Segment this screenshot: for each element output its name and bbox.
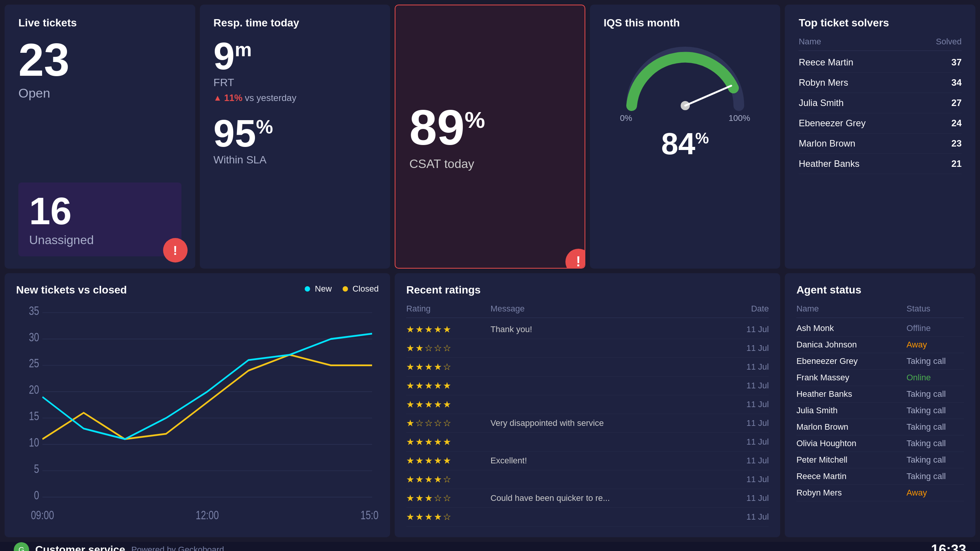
star-rating: ★★★★★ xyxy=(406,399,490,410)
svg-text:35: 35 xyxy=(29,304,39,317)
solver-count: 34 xyxy=(951,77,962,88)
rating-message: Could have been quicker to re... xyxy=(490,493,719,503)
agent-name: Heather Banks xyxy=(796,389,906,399)
agent-row: Peter Mitchell Taking call xyxy=(796,452,964,468)
csat-value: 89% xyxy=(409,103,485,152)
open-label: Open xyxy=(18,86,181,101)
agent-status: Taking call xyxy=(906,455,964,465)
chart-card: New tickets vs closed New Closed 3530252… xyxy=(5,273,390,537)
solvers-col-name: Name xyxy=(799,37,821,47)
rating-row: ★★★★★ Thank you! 11 Jul xyxy=(406,320,769,339)
legend-closed: Closed xyxy=(343,284,379,294)
rating-row: ★☆☆☆☆ Very disappointed with service 11 … xyxy=(406,414,769,433)
ratings-card: Recent ratings Rating Message Date ★★★★★… xyxy=(395,273,780,537)
agent-name: Julia Smith xyxy=(796,406,906,416)
agent-rows: Ash Monk Offline Danica Johnson Away Ebe… xyxy=(796,320,964,501)
rating-row: ★★★★★ 11 Jul xyxy=(406,377,769,395)
csat-label: CSAT today xyxy=(409,157,474,171)
sla-metric: 95% Within SLA xyxy=(214,114,377,166)
agent-name: Robyn Mers xyxy=(796,488,906,498)
rating-date: 11 Jul xyxy=(719,362,769,372)
live-tickets-card: Live tickets 23 Open 16 Unassigned ! xyxy=(5,5,195,269)
svg-text:10: 10 xyxy=(29,435,39,449)
star-rating: ★☆☆☆☆ xyxy=(406,418,490,429)
star-rating: ★★☆☆☆ xyxy=(406,343,490,354)
unassigned-box: 16 Unassigned ! xyxy=(18,183,181,256)
agent-row: Robyn Mers Away xyxy=(796,485,964,501)
ratings-title: Recent ratings xyxy=(406,284,769,296)
agent-row: Ash Monk Offline xyxy=(796,320,964,337)
solvers-col-solved: Solved xyxy=(936,37,962,47)
solver-row: Heather Banks21 xyxy=(799,154,962,174)
agent-col-name: Name xyxy=(796,304,906,314)
rating-date: 11 Jul xyxy=(719,474,769,484)
footer-powered: Powered by Geckoboard xyxy=(131,545,224,551)
frt-value: 9m xyxy=(214,37,377,75)
agent-status: Taking call xyxy=(906,389,964,399)
trend-pct: 11% xyxy=(224,93,242,103)
trend-text: vs yesterday xyxy=(245,93,296,103)
solver-name: Reece Martin xyxy=(799,57,853,68)
rating-row: ★★★★☆ 11 Jul xyxy=(406,470,769,489)
resp-time-card: Resp. time today 9m FRT ▲ 11% vs yesterd… xyxy=(200,5,390,269)
svg-text:30: 30 xyxy=(29,330,39,344)
sla-label: Within SLA xyxy=(214,154,377,166)
resp-time-title: Resp. time today xyxy=(214,17,377,29)
rating-row: ★★★★☆ 11 Jul xyxy=(406,508,769,527)
agent-name: Peter Mitchell xyxy=(796,455,906,465)
rating-message: Thank you! xyxy=(490,324,719,334)
agent-status: Taking call xyxy=(906,422,964,432)
iqs-card: IQS this month 0% 100% 84% xyxy=(590,5,781,269)
rating-date: 11 Jul xyxy=(719,343,769,353)
svg-text:20: 20 xyxy=(29,383,39,396)
star-rating: ★★★★★ xyxy=(406,455,490,466)
ratings-col-message: Message xyxy=(490,304,719,314)
agent-col-status: Status xyxy=(906,304,964,314)
footer: G Customer service Powered by Geckoboard… xyxy=(0,542,980,551)
agent-status: Taking call xyxy=(906,356,964,366)
trend-arrow-icon: ▲ xyxy=(214,93,222,103)
rating-row: ★★★★★ 11 Jul xyxy=(406,395,769,414)
iqs-value: 84% xyxy=(661,126,709,161)
svg-text:5: 5 xyxy=(34,462,39,476)
solver-name: Ebeneezer Grey xyxy=(799,118,866,129)
svg-text:25: 25 xyxy=(29,356,39,370)
agent-name: Ebeneezer Grey xyxy=(796,356,906,366)
agent-row: Frank Massey Online xyxy=(796,370,964,386)
agent-row: Julia Smith Taking call xyxy=(796,403,964,419)
agent-status: Away xyxy=(906,340,964,350)
agent-status: Taking call xyxy=(906,471,964,481)
solvers-rows: Reece Martin37Robyn Mers34Julia Smith27E… xyxy=(799,52,962,174)
solver-row: Robyn Mers34 xyxy=(799,73,962,93)
legend-closed-dot xyxy=(343,286,348,292)
rating-date: 11 Jul xyxy=(719,456,769,466)
frt-trend: ▲ 11% vs yesterday xyxy=(214,93,377,103)
rating-row: ★★★★★ Excellent! 11 Jul xyxy=(406,452,769,470)
live-tickets-title: Live tickets xyxy=(18,17,181,29)
svg-text:09:00: 09:00 xyxy=(31,508,54,522)
agent-row: Olivia Houghton Taking call xyxy=(796,435,964,452)
agent-status: Offline xyxy=(906,323,964,333)
agent-status: Away xyxy=(906,488,964,498)
agent-name: Reece Martin xyxy=(796,471,906,481)
open-count: 23 xyxy=(18,37,181,83)
iqs-title: IQS this month xyxy=(604,17,680,29)
gauge xyxy=(620,37,750,113)
footer-left: G Customer service Powered by Geckoboard xyxy=(14,542,224,551)
agent-status: Online xyxy=(906,373,964,383)
chart-legend: New Closed xyxy=(305,284,379,294)
solver-name: Robyn Mers xyxy=(799,77,848,88)
footer-time: 16:33 xyxy=(931,542,966,551)
agent-name: Danica Johnson xyxy=(796,340,906,350)
solver-row: Julia Smith27 xyxy=(799,93,962,113)
agent-header: Name Status xyxy=(796,304,964,318)
agent-row: Marlon Brown Taking call xyxy=(796,419,964,435)
agent-name: Ash Monk xyxy=(796,323,906,333)
svg-text:15: 15 xyxy=(29,409,39,423)
gauge-labels: 0% 100% xyxy=(620,113,750,123)
agent-row: Reece Martin Taking call xyxy=(796,468,964,485)
legend-new-dot xyxy=(305,286,310,292)
ratings-rows: ★★★★★ Thank you! 11 Jul ★★☆☆☆ 11 Jul ★★★… xyxy=(406,320,769,527)
rating-date: 11 Jul xyxy=(719,437,769,447)
agent-name: Marlon Brown xyxy=(796,422,906,432)
